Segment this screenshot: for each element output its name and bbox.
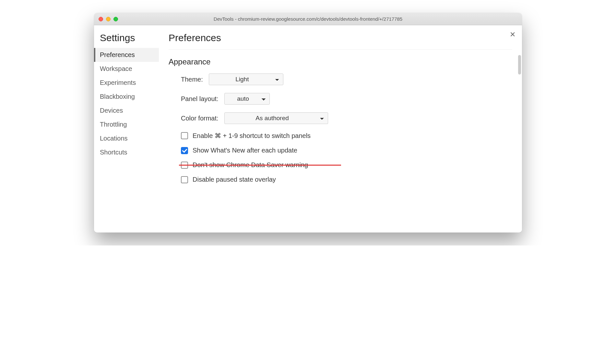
titlebar: DevTools - chromium-review.googlesource.… — [94, 13, 522, 25]
checkbox-paused[interactable] — [181, 176, 188, 183]
maximize-window-icon[interactable] — [113, 17, 118, 21]
sidebar-item-shortcuts[interactable]: Shortcuts — [94, 145, 159, 159]
sidebar-item-locations[interactable]: Locations — [94, 131, 159, 145]
content-area: Settings Preferences Workspace Experimen… — [94, 25, 522, 233]
sidebar-item-throttling[interactable]: Throttling — [94, 118, 159, 131]
sidebar-item-preferences[interactable]: Preferences — [94, 48, 159, 62]
checkbox-paused-label: Disable paused state overlay — [193, 176, 276, 183]
sidebar: Settings Preferences Workspace Experimen… — [94, 25, 159, 233]
app-window: DevTools - chromium-review.googlesource.… — [94, 13, 522, 233]
window-title: DevTools - chromium-review.googlesource.… — [94, 16, 522, 22]
theme-label: Theme: — [181, 76, 203, 83]
close-window-icon[interactable] — [99, 17, 103, 21]
color-format-select[interactable]: As authored — [224, 112, 328, 124]
panel-layout-select[interactable]: auto — [224, 93, 270, 105]
checkbox-datasaver-label: Don't show Chrome Data Saver warning — [193, 161, 308, 169]
row-theme: Theme: Light — [181, 74, 512, 85]
row-cb-whatsnew[interactable]: Show What's New after each update — [181, 147, 512, 154]
main-panel: ✕ Preferences Appearance Theme: Light Pa… — [159, 25, 522, 233]
sidebar-item-workspace[interactable]: Workspace — [94, 62, 159, 76]
scrollbar-thumb[interactable] — [518, 55, 521, 74]
checkbox-shortcut-label: Enable ⌘ + 1-9 shortcut to switch panels — [193, 132, 311, 140]
checkbox-whatsnew-label: Show What's New after each update — [193, 147, 297, 154]
sidebar-item-experiments[interactable]: Experiments — [94, 76, 159, 90]
sidebar-item-devices[interactable]: Devices — [94, 104, 159, 118]
checkbox-datasaver[interactable] — [181, 162, 188, 169]
color-format-label: Color format: — [181, 115, 219, 122]
row-cb-shortcut[interactable]: Enable ⌘ + 1-9 shortcut to switch panels — [181, 132, 512, 140]
sidebar-item-blackboxing[interactable]: Blackboxing — [94, 90, 159, 104]
divider — [169, 49, 512, 50]
row-panel-layout: Panel layout: auto — [181, 93, 512, 105]
sidebar-title: Settings — [94, 32, 159, 48]
checkbox-shortcut[interactable] — [181, 132, 188, 139]
theme-select[interactable]: Light — [209, 74, 283, 85]
window-controls — [99, 17, 118, 21]
section-title-appearance: Appearance — [169, 57, 512, 66]
minimize-window-icon[interactable] — [106, 17, 111, 21]
close-icon[interactable]: ✕ — [510, 30, 515, 39]
row-cb-datasaver[interactable]: Don't show Chrome Data Saver warning — [181, 161, 512, 169]
page-title: Preferences — [169, 32, 512, 43]
checkbox-whatsnew[interactable] — [181, 147, 188, 154]
row-cb-paused[interactable]: Disable paused state overlay — [181, 176, 512, 183]
panel-layout-label: Panel layout: — [181, 95, 219, 103]
row-color-format: Color format: As authored — [181, 112, 512, 124]
